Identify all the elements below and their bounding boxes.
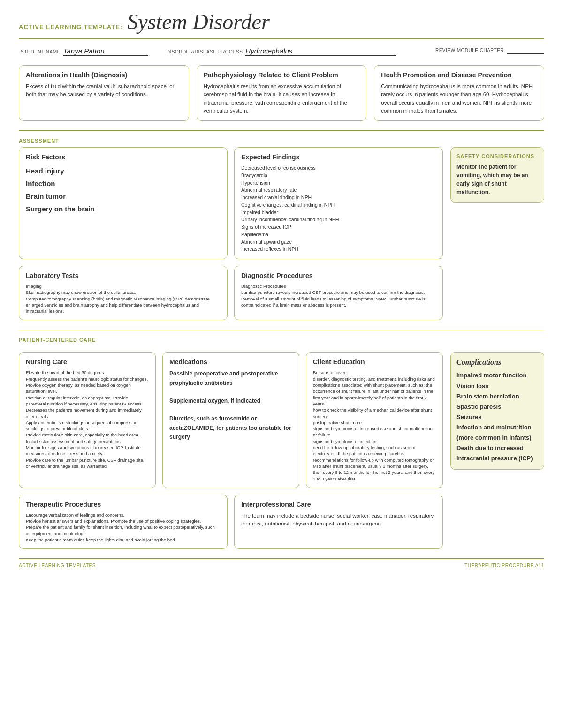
safety-title: SAFETY CONSIDERATIONS bbox=[456, 153, 538, 159]
pcc-sidebar: Complications Impaired motor function Vi… bbox=[450, 352, 544, 549]
assessment-sidebar: SAFETY CONSIDERATIONS Monitor the patien… bbox=[450, 147, 544, 320]
safety-box: SAFETY CONSIDERATIONS Monitor the patien… bbox=[450, 147, 544, 203]
risk-item-2: Infection bbox=[26, 177, 221, 190]
disorder-value: Hydrocephalus bbox=[245, 47, 396, 56]
header: ACTIVE LEARNING TEMPLATE: System Disorde… bbox=[19, 9, 544, 39]
student-name-field: STUDENT NAME Tanya Patton bbox=[21, 47, 148, 56]
review-value bbox=[507, 47, 544, 54]
nursing-care-box: Nursing Care Elevate the head of the bed… bbox=[19, 352, 156, 488]
interprofessional-care-content: The team may include a bedside nurse, so… bbox=[241, 512, 436, 528]
review-label: REVIEW MODULE CHAPTER bbox=[435, 48, 504, 53]
nursing-care-content: Elevate the head of the bed 30 degrees. … bbox=[26, 369, 149, 469]
risk-factors-box: Risk Factors Head injury Infection Brain… bbox=[19, 147, 228, 259]
pathophysiology-box: Pathophysiology Related to Client Proble… bbox=[197, 65, 367, 121]
risk-item-4: Surgery on the brain bbox=[26, 203, 221, 215]
medications-title: Medications bbox=[169, 358, 292, 366]
health-promotion-title: Health Promotion and Disease Prevention bbox=[381, 71, 537, 79]
therapeutic-procedures-content: Encourage verbalization of feelings and … bbox=[26, 512, 221, 543]
alterations-title: Alterations in Health (Diagnosis) bbox=[26, 71, 182, 79]
client-education-box: Client Education Be sure to cover: disor… bbox=[306, 352, 443, 488]
therapeutic-procedures-box: Therapeutic Procedures Encourage verbali… bbox=[19, 495, 228, 549]
nursing-care-title: Nursing Care bbox=[26, 358, 149, 366]
interprofessional-care-box: Interprofessional Care The team may incl… bbox=[234, 495, 443, 549]
footer-right: THERAPEUTIC PROCEDURE A11 bbox=[464, 563, 544, 568]
laboratory-tests-box: Laboratory Tests Imaging Skull radiograp… bbox=[19, 266, 228, 320]
complications-content: Impaired motor function Vision loss Brai… bbox=[456, 370, 538, 464]
medications-box: Medications Possible preoperative and po… bbox=[162, 352, 299, 488]
risk-factors-content: Head injury Infection Brain tumor Surger… bbox=[26, 165, 221, 215]
client-education-content: Be sure to cover: disorder, diagnostic t… bbox=[313, 369, 436, 481]
health-promotion-box: Health Promotion and Disease Prevention … bbox=[374, 65, 544, 121]
client-education-title: Client Education bbox=[313, 358, 436, 366]
pcc-bottom-grid: Therapeutic Procedures Encourage verbali… bbox=[19, 495, 443, 549]
assessment-area: Risk Factors Head injury Infection Brain… bbox=[19, 147, 544, 320]
health-promotion-content: Communicating hydrocephalus is more comm… bbox=[381, 83, 537, 115]
pathophysiology-content: Hydrocephalus results from an excessive … bbox=[204, 83, 360, 115]
pcc-main: Nursing Care Elevate the head of the bed… bbox=[19, 352, 443, 549]
medications-content: Possible preoperative and postoperative … bbox=[169, 369, 292, 442]
pathophysiology-title: Pathophysiology Related to Client Proble… bbox=[204, 71, 360, 79]
diagnostic-procedures-content: Diagnostic Procedures Lumbar puncture re… bbox=[241, 283, 436, 308]
pcc-area: Nursing Care Elevate the head of the bed… bbox=[19, 352, 544, 549]
expected-findings-content: Decreased level of consciousness Bradyca… bbox=[241, 165, 436, 253]
assessment-grid: Risk Factors Head injury Infection Brain… bbox=[19, 147, 443, 320]
complications-box: Complications Impaired motor function Vi… bbox=[450, 352, 544, 470]
header-label: ACTIVE LEARNING TEMPLATE: bbox=[19, 23, 122, 30]
interprofessional-care-title: Interprofessional Care bbox=[241, 501, 436, 508]
review-field: REVIEW MODULE CHAPTER bbox=[435, 47, 544, 56]
assessment-main: Risk Factors Head injury Infection Brain… bbox=[19, 147, 443, 320]
divider-1 bbox=[19, 130, 544, 131]
header-title: System Disorder bbox=[127, 9, 270, 34]
student-name-label: STUDENT NAME bbox=[21, 49, 61, 54]
pcc-label: PATIENT-CENTERED CARE bbox=[19, 337, 544, 343]
diagnostic-procedures-title: Diagnostic Procedures bbox=[241, 272, 436, 279]
disorder-field: DISORDER/DISEASE PROCESS Hydrocephalus bbox=[167, 47, 396, 56]
risk-factors-title: Risk Factors bbox=[26, 153, 221, 161]
risk-item-1: Head injury bbox=[26, 165, 221, 177]
top-boxes: Alterations in Health (Diagnosis) Excess… bbox=[19, 65, 544, 121]
risk-item-3: Brain tumor bbox=[26, 190, 221, 203]
page: ACTIVE LEARNING TEMPLATE: System Disorde… bbox=[0, 0, 563, 728]
footer: ACTIVE LEARNING TEMPLATES THERAPEUTIC PR… bbox=[19, 558, 544, 568]
laboratory-tests-title: Laboratory Tests bbox=[26, 272, 221, 279]
student-name-value: Tanya Patton bbox=[63, 47, 148, 56]
therapeutic-procedures-title: Therapeutic Procedures bbox=[26, 501, 221, 508]
alterations-content: Excess of fluid within the cranial vault… bbox=[26, 83, 182, 99]
student-info: STUDENT NAME Tanya Patton DISORDER/DISEA… bbox=[19, 47, 544, 56]
expected-findings-title: Expected Findings bbox=[241, 153, 436, 161]
complications-title: Complications bbox=[456, 358, 538, 367]
alterations-box: Alterations in Health (Diagnosis) Excess… bbox=[19, 65, 189, 121]
footer-left: ACTIVE LEARNING TEMPLATES bbox=[19, 563, 96, 568]
safety-content: Monitor the patient for vomiting, which … bbox=[456, 163, 538, 196]
divider-2 bbox=[19, 330, 544, 330]
pcc-top-grid: Nursing Care Elevate the head of the bed… bbox=[19, 352, 443, 488]
assessment-label: ASSESSMENT bbox=[19, 138, 544, 143]
disorder-label: DISORDER/DISEASE PROCESS bbox=[167, 49, 243, 54]
expected-findings-box: Expected Findings Decreased level of con… bbox=[234, 147, 443, 259]
diagnostic-procedures-box: Diagnostic Procedures Diagnostic Procedu… bbox=[234, 266, 443, 320]
laboratory-tests-content: Imaging Skull radiography may show erosi… bbox=[26, 283, 221, 314]
